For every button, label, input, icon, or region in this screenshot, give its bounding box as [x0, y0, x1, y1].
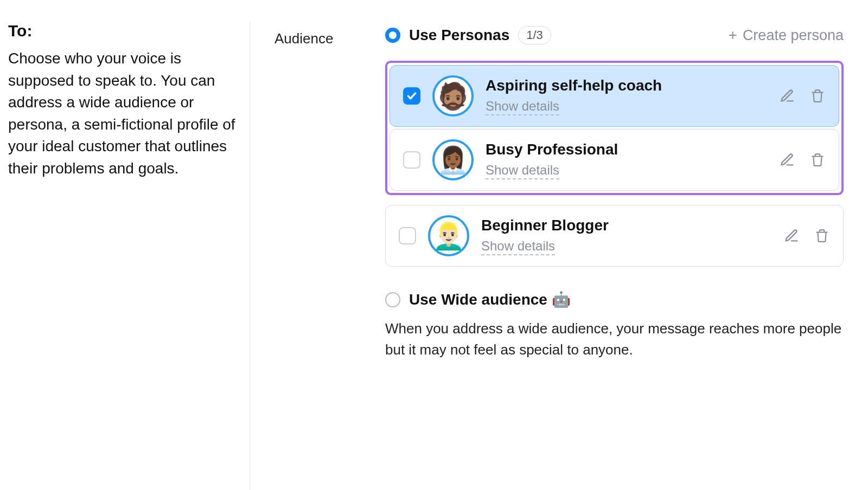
persona-avatar: 🧔🏽 [432, 75, 474, 117]
persona-actions [779, 88, 826, 104]
robot-icon: 🤖 [552, 291, 571, 308]
persona-count-badge: 1/3 [518, 26, 551, 44]
wide-audience-description: When you address a wide audience, your m… [385, 318, 844, 360]
edit-icon[interactable] [779, 152, 795, 168]
audience-label: Audience [275, 30, 385, 47]
delete-icon[interactable] [809, 88, 826, 104]
persona-checkbox[interactable] [399, 227, 416, 244]
to-description: Choose who your voice is supposed to spe… [8, 48, 239, 180]
show-details-link[interactable]: Show details [481, 238, 555, 255]
edit-icon[interactable] [779, 88, 795, 104]
persona-info: Aspiring self-help coach Show details [486, 77, 767, 115]
edit-icon[interactable] [783, 228, 800, 244]
create-persona-label: Create persona [743, 27, 844, 44]
persona-actions [783, 228, 830, 244]
persona-card[interactable]: 🧔🏽 Aspiring self-help coach Show details [390, 65, 839, 127]
persona-info: Beginner Blogger Show details [481, 217, 771, 255]
left-description-panel: To: Choose who your voice is supposed to… [8, 22, 250, 490]
section-label-column: Audience [250, 22, 385, 490]
use-personas-label: Use Personas [409, 27, 509, 44]
check-icon [406, 91, 417, 101]
use-personas-row: Use Personas 1/3 + Create persona [385, 26, 844, 44]
persona-card[interactable]: 👩🏾‍💼 Busy Professional Show details [390, 129, 839, 191]
persona-name: Busy Professional [486, 141, 767, 158]
audience-settings-panel: Use Personas 1/3 + Create persona 🧔🏽 Asp… [385, 22, 860, 490]
highlight-box: 🧔🏽 Aspiring self-help coach Show details [385, 61, 844, 195]
delete-icon[interactable] [809, 152, 826, 168]
persona-name: Beginner Blogger [481, 217, 771, 234]
show-details-link[interactable]: Show details [486, 163, 559, 179]
show-details-link[interactable]: Show details [486, 99, 559, 115]
wide-audience-section: Use Wide audience 🤖 When you address a w… [385, 291, 844, 360]
persona-card[interactable]: 👱🏻‍♂️ Beginner Blogger Show details [385, 205, 844, 267]
create-persona-button[interactable]: + Create persona [729, 27, 844, 44]
persona-avatar: 👩🏾‍💼 [432, 139, 474, 180]
persona-name: Aspiring self-help coach [486, 77, 767, 94]
delete-icon[interactable] [814, 228, 830, 244]
persona-checkbox[interactable] [403, 151, 420, 169]
wide-audience-label: Use Wide audience 🤖 [409, 291, 571, 308]
plus-icon: + [729, 28, 737, 43]
wide-audience-row: Use Wide audience 🤖 [385, 291, 844, 308]
use-personas-radio[interactable] [385, 28, 400, 43]
to-heading: To: [8, 22, 239, 40]
persona-actions [779, 152, 826, 168]
wide-audience-radio[interactable] [385, 292, 400, 307]
persona-info: Busy Professional Show details [486, 141, 767, 179]
persona-avatar: 👱🏻‍♂️ [428, 215, 469, 256]
persona-checkbox[interactable] [403, 87, 420, 105]
